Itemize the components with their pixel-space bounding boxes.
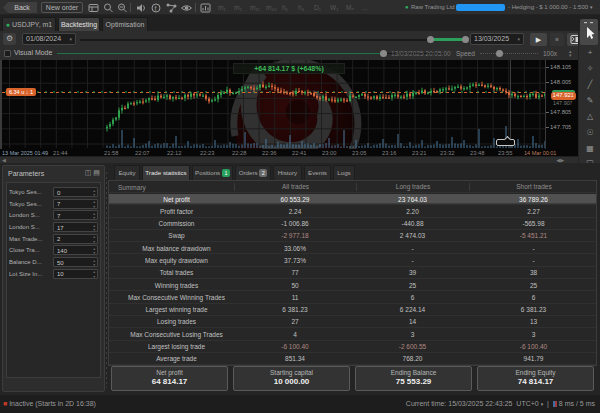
svg-text:f: f xyxy=(155,5,157,12)
